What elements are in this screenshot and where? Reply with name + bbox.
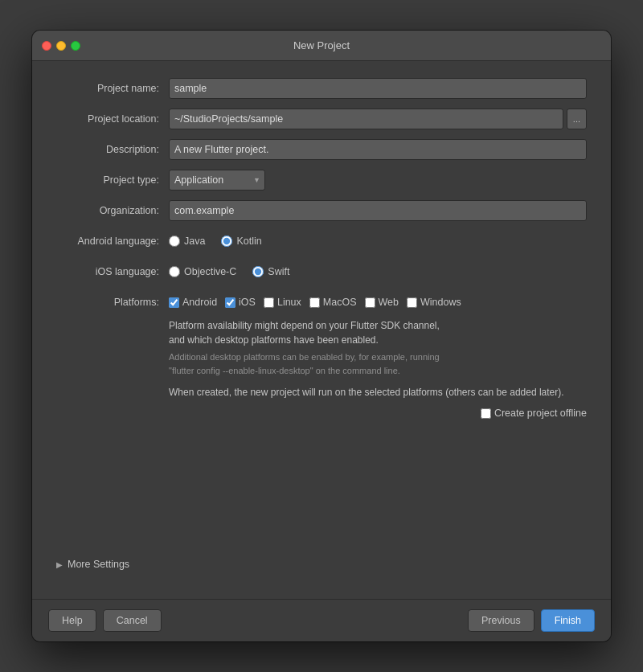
platform-macos-checkbox[interactable] (309, 297, 320, 308)
help-button[interactable]: Help (48, 609, 96, 632)
create-offline-label: Create project offline (494, 408, 587, 419)
platform-windows-option[interactable]: Windows (407, 297, 461, 308)
ios-swift-option[interactable]: Swift (252, 266, 289, 277)
platform-web-label: Web (379, 297, 399, 308)
browse-button[interactable]: ... (567, 109, 587, 129)
platform-macos-option[interactable]: MacOS (309, 297, 357, 308)
window-title: New Project (293, 39, 350, 51)
project-location-row: Project location: ... (56, 108, 587, 130)
project-location-label: Project location: (56, 113, 169, 125)
finish-button[interactable]: Finish (541, 609, 595, 632)
ios-objc-radio[interactable] (169, 266, 180, 277)
dialog-content: Project name: Project location: ... Desc… (32, 61, 611, 599)
platform-linux-option[interactable]: Linux (264, 297, 301, 308)
traffic-lights (42, 41, 80, 51)
maximize-button[interactable] (71, 41, 80, 51)
create-offline-option[interactable]: Create project offline (481, 408, 587, 419)
platform-web-checkbox[interactable] (365, 297, 375, 308)
ios-swift-label: Swift (268, 266, 289, 277)
ios-swift-radio[interactable] (252, 266, 264, 277)
platform-web-option[interactable]: Web (365, 297, 399, 308)
organization-label: Organization: (56, 205, 169, 216)
form-section: Project name: Project location: ... Desc… (56, 77, 587, 313)
create-offline-checkbox[interactable] (481, 408, 491, 419)
cancel-button[interactable]: Cancel (103, 609, 162, 632)
create-offline-row: Create project offline (56, 408, 587, 419)
dialog-footer: Help Cancel Previous Finish (32, 599, 611, 641)
android-java-option[interactable]: Java (169, 236, 205, 247)
platform-android-option[interactable]: Android (169, 297, 217, 308)
platforms-label: Platforms: (56, 297, 169, 308)
platform-linux-label: Linux (277, 297, 301, 308)
platform-android-checkbox[interactable] (169, 297, 179, 308)
ios-language-label: iOS language: (56, 266, 169, 277)
project-location-input[interactable] (169, 109, 563, 129)
android-kotlin-radio[interactable] (221, 236, 232, 247)
platforms-info-block: Platform availability might depend on yo… (169, 318, 587, 377)
description-label: Description: (56, 144, 169, 155)
android-kotlin-label: Kotlin (236, 236, 261, 247)
platform-android-label: Android (182, 297, 217, 308)
footer-right-buttons: Previous Finish (468, 609, 595, 632)
project-name-label: Project name: (56, 83, 169, 94)
platform-windows-label: Windows (420, 297, 461, 308)
project-type-select-wrapper: Application Plugin Package Module ▼ (169, 170, 265, 191)
platforms-group: Android iOS Linux MacOS (169, 297, 587, 308)
more-settings-toggle[interactable]: ▶ More Settings (56, 559, 587, 570)
android-language-group: Java Kotlin (169, 236, 587, 247)
project-type-label: Project type: (56, 174, 169, 186)
organization-input[interactable] (169, 200, 587, 221)
organization-row: Organization: (56, 199, 587, 222)
description-input[interactable] (169, 139, 587, 160)
more-settings-label: More Settings (68, 559, 129, 570)
footer-left-buttons: Help Cancel (48, 609, 162, 632)
android-language-row: Android language: Java Kotlin (56, 230, 587, 252)
android-kotlin-option[interactable]: Kotlin (221, 236, 261, 247)
project-name-row: Project name: (56, 77, 587, 100)
minimize-button[interactable] (56, 41, 66, 51)
platform-linux-checkbox[interactable] (264, 297, 274, 308)
android-language-label: Android language: (56, 236, 169, 247)
project-location-field: ... (169, 109, 587, 129)
platform-ios-label: iOS (239, 297, 256, 308)
close-button[interactable] (42, 41, 51, 51)
dialog-window: New Project Project name: Project locati… (32, 31, 611, 641)
ios-language-row: iOS language: Objective-C Swift (56, 260, 587, 283)
platform-macos-label: MacOS (323, 297, 357, 308)
previous-button[interactable]: Previous (468, 609, 534, 632)
platform-windows-checkbox[interactable] (407, 297, 417, 308)
platform-ios-option[interactable]: iOS (225, 297, 256, 308)
platforms-row: Platforms: Android iOS Linux (56, 291, 587, 313)
titlebar: New Project (32, 31, 611, 61)
description-row: Description: (56, 138, 587, 161)
platforms-info-main: When created, the new project will run o… (169, 385, 587, 400)
ios-objc-option[interactable]: Objective-C (169, 266, 236, 277)
project-type-row: Project type: Application Plugin Package… (56, 169, 587, 191)
platforms-info-primary: Platform availability might depend on yo… (169, 318, 587, 347)
ios-language-group: Objective-C Swift (169, 266, 587, 277)
ios-objc-label: Objective-C (184, 266, 236, 277)
project-name-input[interactable] (169, 78, 587, 99)
android-java-radio[interactable] (169, 236, 180, 247)
platform-ios-checkbox[interactable] (225, 297, 235, 308)
android-java-label: Java (184, 236, 205, 247)
project-type-select[interactable]: Application Plugin Package Module (169, 170, 265, 191)
triangle-right-icon: ▶ (56, 560, 63, 569)
platforms-info-secondary: Additional desktop platforms can be enab… (169, 350, 587, 377)
